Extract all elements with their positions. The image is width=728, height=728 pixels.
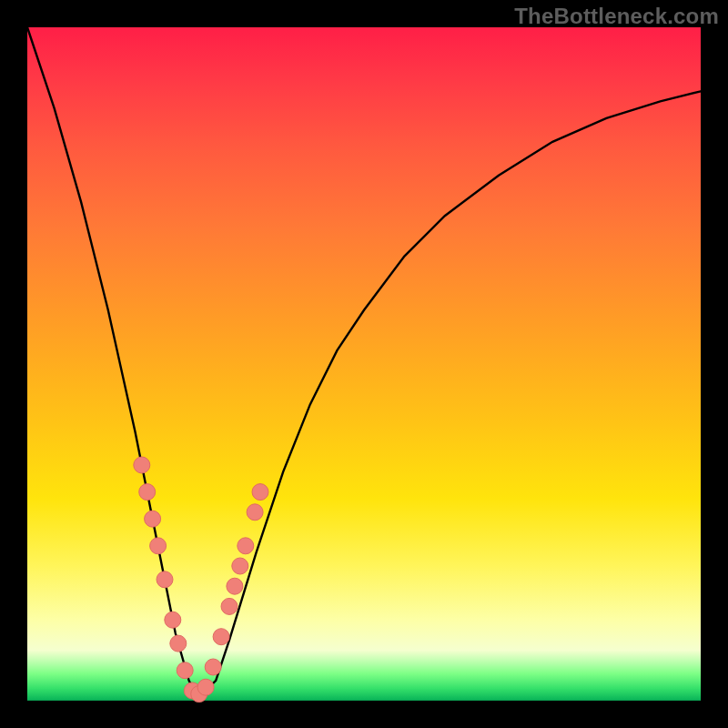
marker-dot xyxy=(232,558,248,574)
marker-dot xyxy=(134,457,150,473)
bottleneck-curve xyxy=(27,27,701,694)
marker-dot xyxy=(145,511,161,527)
marker-dot xyxy=(238,538,254,554)
marker-dot xyxy=(221,598,238,614)
marker-dot xyxy=(247,504,263,521)
marker-dot xyxy=(227,578,243,594)
marker-dot xyxy=(205,659,221,675)
marker-dot xyxy=(170,635,187,652)
marker-dot xyxy=(157,571,173,588)
marker-dot xyxy=(139,484,156,500)
plot-area xyxy=(27,27,701,701)
outer-frame: TheBottleneck.com xyxy=(0,0,728,728)
marker-dot xyxy=(150,538,167,554)
watermark-text: TheBottleneck.com xyxy=(514,4,719,29)
curve-path-group xyxy=(27,27,701,694)
marker-dot xyxy=(197,679,214,695)
marker-dot xyxy=(165,612,181,628)
marker-dot xyxy=(252,484,268,500)
marker-dot xyxy=(177,662,193,679)
marker-dot xyxy=(213,629,229,645)
curve-svg xyxy=(27,27,701,701)
